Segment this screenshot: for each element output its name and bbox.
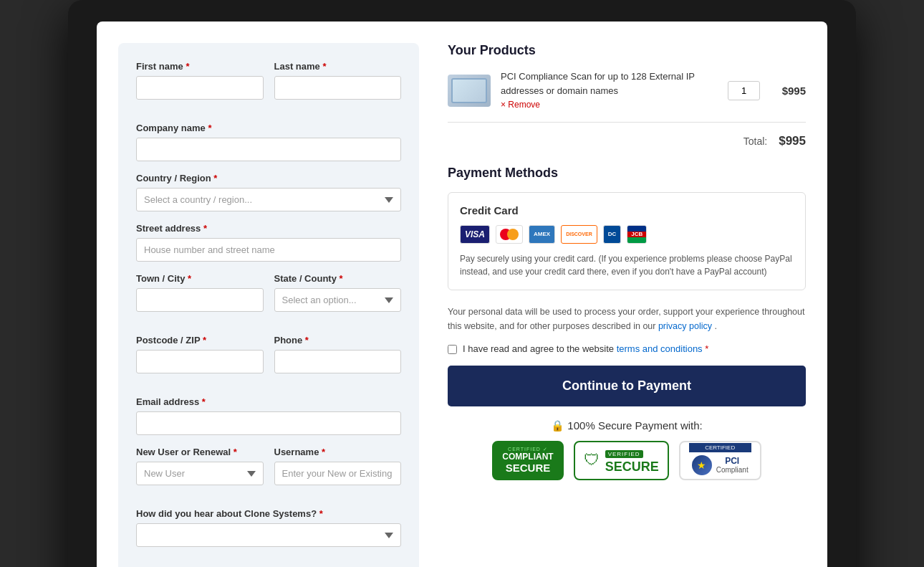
last-name-input[interactable]: [274, 76, 402, 100]
required-star: *: [319, 508, 323, 519]
jcb-icon: JCB: [627, 225, 647, 244]
products-title: Your Products: [448, 43, 806, 58]
first-name-input[interactable]: [136, 76, 264, 100]
product-quantity[interactable]: [728, 81, 760, 100]
product-price: $995: [770, 85, 806, 97]
terms-checkbox[interactable]: [448, 345, 457, 354]
payment-section: Payment Methods Credit Card VISA A: [448, 166, 806, 290]
compliant-secure-badge: CERTIFIED ✓ COMPLIANT SECURE: [492, 441, 563, 480]
required-star: *: [234, 447, 237, 457]
required-star: *: [322, 447, 325, 457]
last-name-group: Last name *: [274, 61, 402, 100]
product-image-inner: [451, 78, 487, 103]
phone-label: Phone *: [274, 335, 402, 346]
right-section: Your Products PCI Compliance Scan for up…: [448, 43, 806, 567]
how-heard-select[interactable]: [136, 523, 401, 547]
state-county-label: State / County *: [274, 273, 402, 284]
town-city-group: Town / City *: [136, 273, 264, 312]
state-county-select[interactable]: Select an option...: [274, 288, 402, 312]
product-description: PCI Compliance Scan for up to 128 Extern…: [501, 70, 718, 112]
required-star: *: [340, 273, 343, 284]
continue-to-payment-button[interactable]: Continue to Payment: [448, 366, 806, 406]
pci-compliant-badge: CERTIFIED ★ PCI Compliant: [679, 441, 761, 480]
mastercard-icon: [496, 225, 523, 244]
payment-box: Credit Card VISA AMEX DISCOVER: [448, 192, 806, 290]
street-address-label: Street address *: [136, 223, 401, 234]
town-city-input[interactable]: [136, 288, 264, 312]
street-address-group: Street address *: [136, 223, 401, 262]
total-label: Total:: [743, 135, 767, 147]
new-user-select[interactable]: New User: [136, 462, 264, 485]
pci-logo-circle: ★: [692, 455, 712, 475]
amex-icon: AMEX: [529, 225, 555, 244]
street-address-input[interactable]: [136, 238, 401, 262]
username-label: Username *: [274, 447, 402, 457]
first-name-label: First name *: [136, 61, 264, 72]
billing-form: First name * Last name * Company name *: [118, 43, 419, 567]
verified-secure-badge: 🛡 VERIFIED SECURE: [574, 441, 669, 480]
company-name-label: Company name *: [136, 123, 401, 133]
payment-note: Pay securely using your credit card. (If…: [460, 252, 794, 278]
total-row: Total: $995: [448, 131, 806, 148]
terms-text: I have read and agree to the website ter…: [463, 343, 708, 354]
required-star: *: [305, 335, 309, 346]
shield-icon: 🛡: [584, 451, 600, 470]
card-icons: VISA AMEX DISCOVER DC JCB: [460, 225, 794, 244]
phone-group: Phone *: [274, 335, 402, 373]
products-section: Your Products PCI Compliance Scan for up…: [448, 43, 806, 148]
new-user-label: New User or Renewal *: [136, 447, 264, 457]
diners-icon: DC: [603, 225, 622, 244]
product-row: PCI Compliance Scan for up to 128 Extern…: [448, 70, 806, 123]
phone-input[interactable]: [274, 350, 402, 373]
secure-title: 🔒 100% Secure Payment with:: [448, 419, 806, 432]
product-image: [448, 75, 491, 107]
required-star: *: [322, 61, 326, 72]
company-name-input[interactable]: [136, 138, 401, 161]
postcode-group: Postcode / ZIP *: [136, 335, 264, 373]
company-name-group: Company name *: [136, 123, 401, 161]
postcode-label: Postcode / ZIP *: [136, 335, 264, 346]
secure-badges: CERTIFIED ✓ COMPLIANT SECURE 🛡 VERIFIED …: [448, 441, 806, 480]
last-name-label: Last name *: [274, 61, 402, 72]
state-county-group: State / County * Select an option...: [274, 273, 402, 312]
country-select[interactable]: Select a country / region...: [136, 188, 401, 211]
required-star: *: [203, 335, 206, 346]
username-input[interactable]: [274, 462, 402, 485]
town-city-label: Town / City *: [136, 273, 264, 284]
privacy-note: Your personal data will be used to proce…: [448, 305, 806, 333]
first-name-group: First name *: [136, 61, 264, 100]
email-group: Email address *: [136, 396, 401, 435]
payment-title: Payment Methods: [448, 166, 806, 181]
country-region-label: Country / Region *: [136, 173, 401, 184]
required-star: *: [203, 223, 207, 234]
required-star: *: [186, 61, 189, 72]
new-user-group: New User or Renewal * New User: [136, 447, 264, 485]
required-star: *: [202, 396, 206, 407]
terms-link[interactable]: terms and conditions: [617, 343, 703, 354]
required-star: *: [188, 273, 191, 284]
how-heard-group: How did you hear about Clone Systems? *: [136, 508, 401, 547]
postcode-input[interactable]: [136, 350, 264, 373]
email-input[interactable]: [136, 411, 401, 435]
how-heard-label: How did you hear about Clone Systems? *: [136, 508, 401, 519]
secure-section: 🔒 100% Secure Payment with: CERTIFIED ✓ …: [448, 419, 806, 480]
remove-product-link[interactable]: Remove: [501, 100, 540, 110]
terms-row: I have read and agree to the website ter…: [448, 343, 806, 354]
total-amount: $995: [779, 134, 806, 148]
credit-card-title: Credit Card: [460, 204, 794, 216]
required-star: *: [213, 173, 217, 184]
email-label: Email address *: [136, 396, 401, 407]
country-region-group: Country / Region * Select a country / re…: [136, 173, 401, 211]
username-group: Username *: [274, 447, 402, 485]
required-star: *: [208, 123, 211, 133]
privacy-policy-link[interactable]: privacy policy: [658, 321, 712, 331]
discover-icon: DISCOVER: [561, 225, 597, 244]
visa-icon: VISA: [460, 225, 490, 244]
